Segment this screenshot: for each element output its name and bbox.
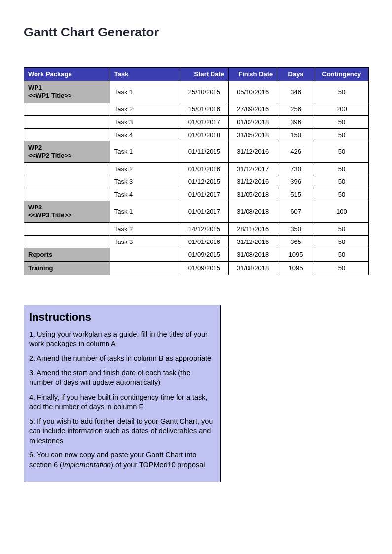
cell-task[interactable]: Task 3 [110,175,180,188]
cell-finish-date[interactable]: 31/12/2016 [229,141,277,163]
cell-finish-date[interactable]: 31/05/2018 [229,128,277,141]
cell-work-package[interactable] [24,222,110,235]
header-work-package: Work Package [24,68,110,81]
cell-task[interactable]: Task 2 [110,103,180,115]
cell-contingency[interactable]: 50 [315,222,368,235]
cell-contingency[interactable]: 50 [315,235,368,248]
cell-finish-date[interactable]: 01/02/2018 [229,115,277,128]
cell-contingency[interactable]: 100 [315,201,368,223]
table-row: WP2<<WP2 Title>>Task 101/11/201531/12/20… [24,141,369,163]
cell-task[interactable] [110,248,180,261]
cell-task[interactable]: Task 4 [110,128,180,141]
cell-finish-date[interactable]: 31/08/2018 [229,248,277,261]
cell-finish-date[interactable]: 31/08/2018 [229,261,277,275]
cell-contingency[interactable]: 50 [315,163,368,175]
gantt-table: Work Package Task Start Date Finish Date… [24,67,369,275]
table-row: Task 301/12/201531/12/201639650 [24,175,369,188]
table-row: Task 201/01/201631/12/201773050 [24,163,369,175]
cell-start-date[interactable]: 01/09/2015 [180,248,228,261]
cell-task[interactable]: Task 2 [110,163,180,175]
cell-work-package[interactable] [24,175,110,188]
cell-work-package[interactable]: Reports [24,248,110,261]
cell-start-date[interactable]: 01/01/2018 [180,128,228,141]
cell-task[interactable]: Task 1 [110,141,180,163]
cell-task[interactable]: Task 1 [110,201,180,223]
cell-days[interactable]: 150 [277,128,315,141]
table-row: Task 401/01/201731/05/201851550 [24,188,369,201]
instruction-step: 1. Using your workplan as a guide, fill … [29,330,215,349]
cell-contingency[interactable]: 50 [315,81,368,103]
cell-start-date[interactable]: 01/09/2015 [180,261,228,275]
cell-task[interactable]: Task 3 [110,115,180,128]
cell-contingency[interactable]: 200 [315,103,368,115]
cell-contingency[interactable]: 50 [315,115,368,128]
cell-work-package[interactable]: WP1<<WP1 Title>> [24,81,110,103]
instructions-panel: Instructions 1. Using your workplan as a… [24,305,221,482]
cell-task[interactable]: Task 2 [110,222,180,235]
table-row: Task 215/01/201627/09/2016256200 [24,103,369,115]
cell-task[interactable]: Task 4 [110,188,180,201]
cell-finish-date[interactable]: 31/05/2018 [229,188,277,201]
table-row: Training01/09/201531/08/2018109550 [24,261,369,275]
cell-work-package[interactable]: WP3<<WP3 Title>> [24,201,110,223]
cell-start-date[interactable]: 01/01/2017 [180,115,228,128]
cell-start-date[interactable]: 14/12/2015 [180,222,228,235]
cell-work-package[interactable]: Training [24,261,110,275]
cell-finish-date[interactable]: 27/09/2016 [229,103,277,115]
cell-days[interactable]: 1095 [277,248,315,261]
cell-days[interactable]: 396 [277,115,315,128]
cell-work-package[interactable] [24,103,110,115]
cell-start-date[interactable]: 15/01/2016 [180,103,228,115]
cell-days[interactable]: 396 [277,175,315,188]
cell-finish-date[interactable]: 31/08/2018 [229,201,277,223]
cell-contingency[interactable]: 50 [315,141,368,163]
cell-contingency[interactable]: 50 [315,175,368,188]
cell-work-package[interactable] [24,163,110,175]
cell-work-package[interactable] [24,128,110,141]
cell-days[interactable]: 426 [277,141,315,163]
cell-finish-date[interactable]: 31/12/2016 [229,175,277,188]
cell-start-date[interactable]: 01/12/2015 [180,175,228,188]
cell-contingency[interactable]: 50 [315,248,368,261]
header-start-date: Start Date [180,68,228,81]
page-title: Gantt Chart Generator [24,25,368,40]
cell-task[interactable]: Task 3 [110,235,180,248]
cell-finish-date[interactable]: 05/10/2016 [229,81,277,103]
cell-task[interactable]: Task 1 [110,81,180,103]
cell-days[interactable]: 365 [277,235,315,248]
cell-days[interactable]: 350 [277,222,315,235]
table-row: Reports01/09/201531/08/2018109550 [24,248,369,261]
cell-start-date[interactable]: 01/01/2016 [180,163,228,175]
table-row: Task 301/01/201631/12/201636550 [24,235,369,248]
cell-days[interactable]: 515 [277,188,315,201]
cell-start-date[interactable]: 01/01/2017 [180,188,228,201]
cell-work-package[interactable] [24,115,110,128]
cell-start-date[interactable]: 01/11/2015 [180,141,228,163]
cell-days[interactable]: 256 [277,103,315,115]
instruction-step: 4. Finally, if you have built in conting… [29,393,215,412]
cell-start-date[interactable]: 25/10/2015 [180,81,228,103]
cell-finish-date[interactable]: 31/12/2017 [229,163,277,175]
cell-start-date[interactable]: 01/01/2016 [180,235,228,248]
instructions-title: Instructions [29,310,215,325]
cell-days[interactable]: 346 [277,81,315,103]
cell-days[interactable]: 1095 [277,261,315,275]
cell-finish-date[interactable]: 28/11/2016 [229,222,277,235]
table-row: Task 214/12/201528/11/201635050 [24,222,369,235]
cell-days[interactable]: 607 [277,201,315,223]
cell-finish-date[interactable]: 31/12/2016 [229,235,277,248]
table-row: Task 301/01/201701/02/201839650 [24,115,369,128]
instruction-step: 5. If you wish to add further detail to … [29,417,215,446]
cell-work-package[interactable]: WP2<<WP2 Title>> [24,141,110,163]
cell-task[interactable] [110,261,180,275]
cell-contingency[interactable]: 50 [315,128,368,141]
cell-days[interactable]: 730 [277,163,315,175]
cell-work-package[interactable] [24,188,110,201]
instruction-step: 2. Amend the number of tasks in column B… [29,354,215,364]
cell-work-package[interactable] [24,235,110,248]
cell-contingency[interactable]: 50 [315,188,368,201]
table-row: Task 401/01/201831/05/201815050 [24,128,369,141]
header-contingency: Contingency [315,68,368,81]
cell-start-date[interactable]: 01/01/2017 [180,201,228,223]
cell-contingency[interactable]: 50 [315,261,368,275]
